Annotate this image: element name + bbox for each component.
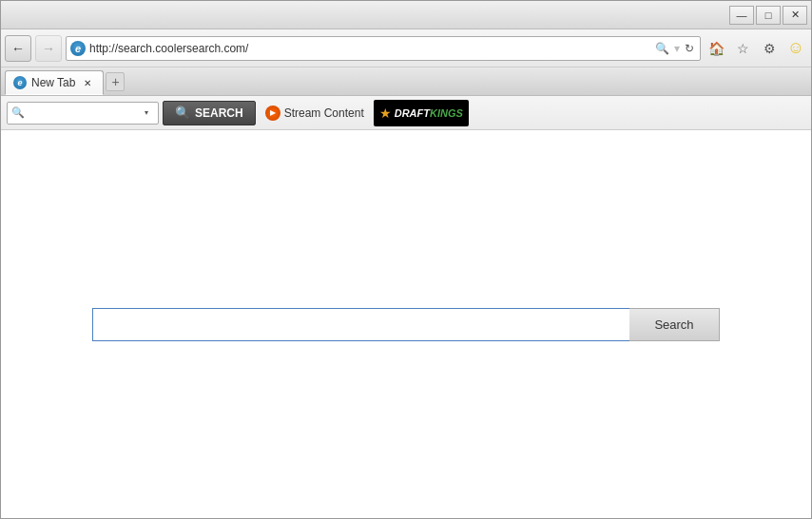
- close-button[interactable]: ✕: [783, 6, 807, 25]
- settings-button[interactable]: ⚙: [758, 37, 781, 60]
- stream-content-button[interactable]: ▶ Stream Content: [260, 101, 370, 125]
- draftkings-button[interactable]: ★ DRAFT KINGS: [374, 100, 469, 126]
- tab-close-button[interactable]: ✕: [80, 75, 95, 90]
- settings-icon: ⚙: [764, 41, 776, 56]
- toolbar-search-icon: 🔍: [11, 106, 25, 119]
- draftkings-crown-icon: ★: [379, 106, 392, 121]
- favorites-button[interactable]: ☆: [731, 37, 754, 60]
- address-input[interactable]: [89, 42, 649, 55]
- tab-favicon: [13, 76, 27, 89]
- back-icon: ←: [11, 41, 25, 56]
- tab-label: New Tab: [31, 76, 75, 89]
- right-nav-icons: 🏠 ☆ ⚙ ☺: [705, 37, 807, 60]
- search-magnifier-icon: 🔍: [175, 106, 190, 120]
- tab-new-tab[interactable]: New Tab ✕: [5, 70, 104, 95]
- ie-favicon: [70, 41, 86, 56]
- forward-button[interactable]: →: [35, 35, 62, 62]
- main-content: Search: [1, 130, 811, 518]
- forward-icon: →: [42, 41, 55, 56]
- draftkings-kings-text: KINGS: [430, 107, 463, 119]
- separator: ▾: [674, 42, 680, 55]
- stream-content-icon: ▶: [265, 106, 280, 121]
- search-icon[interactable]: 🔍: [653, 41, 671, 56]
- minimize-button[interactable]: —: [729, 6, 754, 25]
- back-button[interactable]: ←: [5, 35, 31, 62]
- toolbar: 🔍 ▾ 🔍 SEARCH ▶ Stream Content ★ DRAFT KI…: [1, 96, 811, 130]
- favorites-icon: ☆: [737, 41, 749, 56]
- home-icon: 🏠: [708, 41, 725, 56]
- center-search-row: Search: [92, 308, 720, 341]
- title-bar: — □ ✕: [1, 1, 811, 29]
- center-search: Search: [92, 308, 720, 341]
- tab-bar: New Tab ✕ +: [1, 67, 811, 96]
- window-controls: — □ ✕: [729, 6, 807, 25]
- toolbar-search-button[interactable]: 🔍 SEARCH: [163, 101, 256, 125]
- maximize-button[interactable]: □: [756, 6, 781, 25]
- address-icons: 🔍 ▾ ↻: [653, 41, 696, 56]
- search-button-label: SEARCH: [195, 106, 243, 120]
- search-dropdown-arrow[interactable]: ▾: [145, 108, 148, 117]
- center-search-input[interactable]: [92, 308, 629, 341]
- home-button[interactable]: 🏠: [705, 37, 727, 60]
- smiley-icon: ☺: [787, 38, 804, 58]
- nav-bar: ← → 🔍 ▾ ↻ 🏠 ☆ ⚙ ☺: [1, 29, 811, 67]
- toolbar-search-box: 🔍 ▾: [7, 102, 159, 125]
- new-tab-button[interactable]: +: [106, 72, 125, 91]
- center-search-button[interactable]: Search: [629, 308, 720, 341]
- address-bar: 🔍 ▾ ↻: [66, 36, 701, 61]
- refresh-icon[interactable]: ↻: [683, 41, 696, 56]
- smiley-button[interactable]: ☺: [784, 37, 807, 60]
- draftkings-draft-text: DRAFT: [395, 107, 430, 119]
- stream-content-label: Stream Content: [284, 106, 364, 120]
- toolbar-search-input[interactable]: [28, 106, 142, 120]
